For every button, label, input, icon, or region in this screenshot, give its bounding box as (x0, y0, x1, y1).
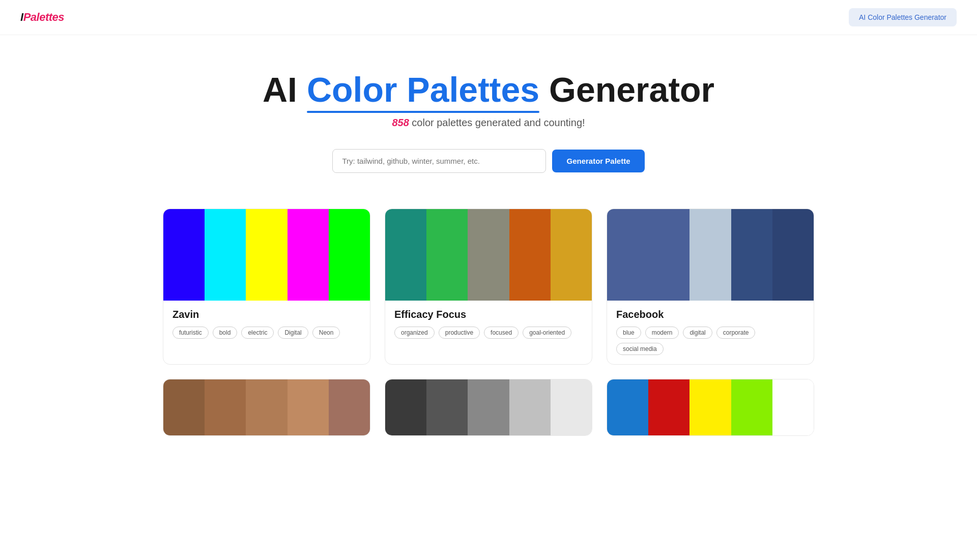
color-swatch (288, 209, 329, 301)
hero-title-ai: AI (263, 70, 297, 109)
palette-count: 858 (392, 117, 409, 128)
palette-tag[interactable]: modern (645, 327, 679, 339)
palette-card[interactable] (385, 379, 592, 436)
palette-swatches (607, 209, 814, 301)
palette-tags: organizedproductivefocusedgoal-oriented (394, 327, 583, 339)
palette-card[interactable] (163, 379, 370, 436)
subtitle-after: color palettes generated and counting! (412, 117, 585, 128)
color-swatch (509, 209, 551, 301)
hero-title: AI Color Palettes Generator (10, 71, 967, 109)
color-swatch (731, 379, 772, 435)
palette-name: Facebook (616, 309, 804, 320)
color-swatch (648, 379, 689, 435)
palette-swatches (385, 379, 592, 435)
palette-tag[interactable]: goal-oriented (523, 327, 571, 339)
generate-button[interactable]: Generator Palette (552, 150, 644, 172)
search-row: Generator Palette (10, 149, 967, 173)
palette-info: ZavinfuturisticboldelectricDigitalNeon (163, 301, 370, 348)
color-swatch (731, 209, 772, 301)
color-swatch (689, 379, 731, 435)
color-swatch (385, 379, 426, 435)
color-swatch (509, 379, 551, 435)
palette-swatches (163, 379, 370, 435)
palette-name: Efficacy Focus (394, 309, 583, 320)
palette-tag[interactable]: social media (616, 343, 664, 355)
color-swatch (246, 379, 287, 435)
palette-tag[interactable]: Digital (278, 327, 308, 339)
color-swatch (551, 379, 592, 435)
color-swatch (648, 209, 689, 301)
palette-swatches (163, 209, 370, 301)
palette-tags: bluemoderndigitalcorporatesocial media (616, 327, 804, 355)
palette-swatches (385, 209, 592, 301)
palette-tag[interactable]: focused (484, 327, 519, 339)
color-swatch (163, 209, 205, 301)
palette-card[interactable]: ZavinfuturisticboldelectricDigitalNeon (163, 209, 370, 365)
color-swatch (607, 209, 648, 301)
palette-tags: futuristicboldelectricDigitalNeon (173, 327, 361, 339)
color-swatch (607, 379, 648, 435)
hero-title-generator: Generator (549, 70, 714, 109)
color-swatch (426, 379, 468, 435)
color-swatch (772, 209, 814, 301)
color-swatch (329, 209, 370, 301)
color-swatch (329, 379, 370, 435)
palette-info: Efficacy Focusorganizedproductivefocused… (385, 301, 592, 348)
palette-tag[interactable]: digital (683, 327, 712, 339)
color-swatch (288, 379, 329, 435)
palette-swatches (607, 379, 814, 435)
color-swatch (205, 379, 246, 435)
hero-subtitle: 858 color palettes generated and countin… (10, 117, 967, 129)
color-swatch (689, 209, 731, 301)
color-swatch (246, 209, 287, 301)
palette-tag[interactable]: futuristic (173, 327, 209, 339)
palette-tag[interactable]: productive (439, 327, 480, 339)
color-swatch (163, 379, 205, 435)
palette-card[interactable]: Facebookbluemoderndigitalcorporatesocial… (607, 209, 814, 365)
palette-tag[interactable]: organized (394, 327, 435, 339)
search-input[interactable] (332, 149, 546, 173)
color-swatch (205, 209, 246, 301)
palette-grid: ZavinfuturisticboldelectricDigitalNeonEf… (132, 198, 845, 456)
palette-card[interactable] (607, 379, 814, 436)
palette-tag[interactable]: electric (241, 327, 274, 339)
palette-tag[interactable]: corporate (716, 327, 756, 339)
palette-tag[interactable]: bold (213, 327, 238, 339)
logo-palettes: Palettes (23, 11, 64, 23)
color-swatch (551, 209, 592, 301)
color-swatch (468, 379, 509, 435)
color-swatch (385, 209, 426, 301)
hero-section: AI Color Palettes Generator 858 color pa… (0, 35, 977, 198)
palette-tag[interactable]: Neon (312, 327, 340, 339)
palette-card[interactable]: Efficacy Focusorganizedproductivefocused… (385, 209, 592, 365)
hero-title-accent: Color Palettes (307, 71, 539, 109)
nav-generator-button[interactable]: AI Color Palettes Generator (849, 8, 957, 26)
logo[interactable]: IPalettes (20, 11, 64, 24)
palette-info: Facebookbluemoderndigitalcorporatesocial… (607, 301, 814, 364)
palette-name: Zavin (173, 309, 361, 320)
color-swatch (468, 209, 509, 301)
palette-tag[interactable]: blue (616, 327, 641, 339)
color-swatch (426, 209, 468, 301)
color-swatch (772, 379, 814, 435)
